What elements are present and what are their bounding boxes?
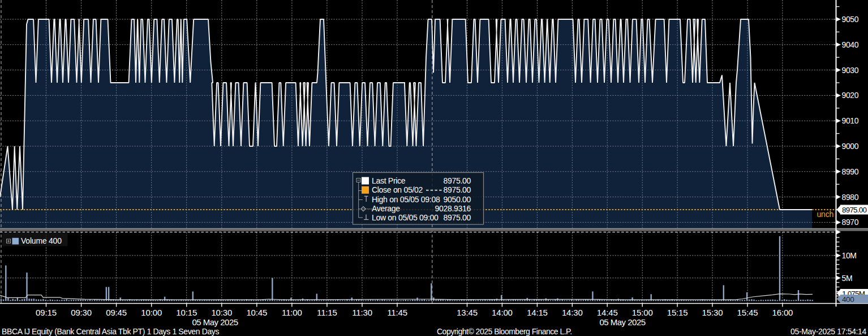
svg-text:10M: 10M [842, 251, 857, 260]
svg-text:9040: 9040 [842, 40, 859, 49]
svg-text:400: 400 [842, 295, 854, 304]
svg-text:10:15: 10:15 [176, 308, 197, 317]
svg-text:8980: 8980 [842, 193, 859, 202]
svg-text:13:45: 13:45 [457, 308, 478, 317]
svg-text:14:45: 14:45 [597, 308, 618, 317]
svg-text:11:15: 11:15 [317, 308, 337, 317]
svg-text:400: 400 [49, 236, 62, 245]
svg-text:Average: Average [372, 204, 400, 213]
svg-text:14:00: 14:00 [492, 308, 513, 317]
svg-text:14:15: 14:15 [527, 308, 548, 317]
svg-text:Last Price: Last Price [372, 176, 406, 185]
svg-text:16:00: 16:00 [772, 308, 793, 317]
svg-text:8975.00: 8975.00 [842, 206, 866, 214]
svg-text:9028.9316: 9028.9316 [435, 204, 471, 213]
svg-text:8990: 8990 [842, 167, 859, 176]
svg-text:09:15: 09:15 [36, 308, 57, 317]
svg-text:9020: 9020 [842, 91, 859, 100]
svg-text:Close on 05/02: Close on 05/02 [372, 185, 423, 194]
svg-text:8975.00: 8975.00 [443, 176, 471, 185]
svg-text:14:30: 14:30 [562, 308, 583, 317]
svg-text:8970: 8970 [842, 218, 859, 227]
svg-text:05-May-2025 17:54:14: 05-May-2025 17:54:14 [790, 327, 866, 336]
svg-text:11:30: 11:30 [352, 308, 372, 317]
svg-text:Copyright© 2025 Bloomberg Fina: Copyright© 2025 Bloomberg Finance L.P. [437, 327, 572, 336]
svg-text:Low on 05/05 09:00: Low on 05/05 09:00 [372, 213, 439, 222]
svg-text:11:00: 11:00 [282, 308, 302, 317]
svg-text:9000: 9000 [842, 142, 859, 151]
svg-text:9010: 9010 [842, 116, 859, 125]
svg-text:9030: 9030 [842, 66, 859, 75]
svg-text:Volume: Volume [21, 236, 47, 245]
svg-text:10:00: 10:00 [141, 308, 162, 317]
svg-text:15:00: 15:00 [632, 308, 653, 317]
svg-text:BBCA IJ Equity (Bank Central A: BBCA IJ Equity (Bank Central Asia Tbk PT… [2, 327, 219, 336]
svg-text:10:30: 10:30 [211, 308, 232, 317]
svg-text:9050: 9050 [842, 15, 859, 24]
svg-text:10:45: 10:45 [246, 308, 267, 317]
svg-text:11:45: 11:45 [387, 308, 407, 317]
svg-text:unch: unch [817, 210, 834, 219]
svg-text:8975.00: 8975.00 [443, 185, 471, 194]
svg-text:8975.00: 8975.00 [443, 213, 471, 222]
svg-text:15:45: 15:45 [737, 308, 758, 317]
svg-text:09:45: 09:45 [106, 308, 127, 317]
svg-text:9050.00: 9050.00 [443, 195, 471, 204]
svg-text:5M: 5M [842, 274, 853, 283]
svg-text:15:30: 15:30 [702, 308, 723, 317]
svg-text:05 May 2025: 05 May 2025 [192, 317, 238, 327]
svg-text:09:30: 09:30 [71, 308, 92, 317]
svg-text:15:15: 15:15 [667, 308, 688, 317]
svg-text:High on 05/05 09:08: High on 05/05 09:08 [372, 195, 440, 204]
svg-text:05 May 2025: 05 May 2025 [599, 317, 645, 327]
